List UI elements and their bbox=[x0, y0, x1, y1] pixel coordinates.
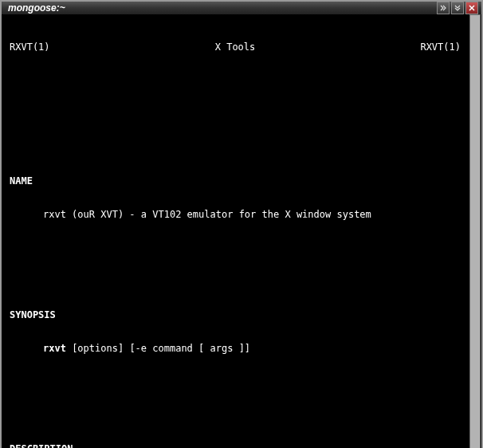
minimize-button[interactable] bbox=[437, 2, 450, 14]
close-button[interactable] bbox=[465, 2, 478, 14]
window-title: mongoose:~ bbox=[5, 2, 435, 14]
titlebar[interactable]: mongoose:~ bbox=[2, 2, 481, 14]
header-center: X Tools bbox=[50, 41, 421, 53]
scrollbar-thumb[interactable] bbox=[469, 14, 481, 448]
section-name: NAME bbox=[10, 175, 465, 187]
scrollbar[interactable] bbox=[469, 14, 481, 448]
terminal-area: RXVT(1) X Tools RXVT(1) NAME rxvt (ouR X… bbox=[2, 14, 481, 448]
synopsis-line: rxvt [options] [-e command [ args ]] bbox=[10, 343, 465, 354]
section-synopsis: SYNOPSIS bbox=[10, 309, 465, 320]
section-description: DESCRIPTION bbox=[10, 443, 465, 448]
terminal-content[interactable]: RXVT(1) X Tools RXVT(1) NAME rxvt (ouR X… bbox=[2, 14, 469, 448]
maximize-button[interactable] bbox=[451, 2, 464, 14]
header-left: RXVT(1) bbox=[10, 41, 50, 53]
man-header: RXVT(1) X Tools RXVT(1) bbox=[10, 41, 465, 53]
terminal-window: mongoose:~ RXVT(1) X Tools RXVT(1) NAME … bbox=[0, 0, 483, 448]
header-right: RXVT(1) bbox=[420, 41, 465, 53]
name-line: rxvt (ouR XVT) - a VT102 emulator for th… bbox=[10, 209, 465, 220]
